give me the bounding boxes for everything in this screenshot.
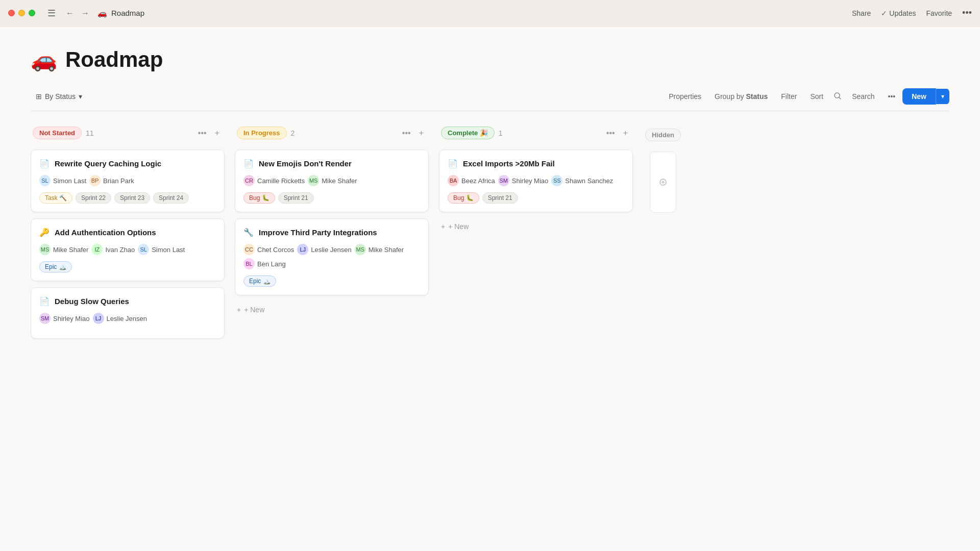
close-button[interactable] xyxy=(8,10,15,16)
favorite-label: Favorite xyxy=(926,9,952,17)
assignee-chet: CC Chet Corcos xyxy=(243,244,294,255)
sprint-tag-24: Sprint 24 xyxy=(153,192,189,204)
nav-arrows: ← → xyxy=(64,8,91,19)
titlebar-emoji: 🚗 xyxy=(97,9,107,18)
column-actions-not-started: ••• + xyxy=(195,127,223,139)
properties-button[interactable]: Properties xyxy=(663,89,707,104)
page-emoji: 🚗 xyxy=(31,47,57,72)
column-add-in-progress[interactable]: + xyxy=(416,127,427,139)
assignee-shawn: SS Shawn Sanchez xyxy=(551,175,613,186)
add-new-in-progress[interactable]: + + New xyxy=(235,302,429,318)
sprint-tag-21b: Sprint 21 xyxy=(482,192,518,204)
column-more-in-progress[interactable]: ••• xyxy=(399,127,414,139)
add-new-label: + New xyxy=(244,306,264,314)
sprint-tag-21: Sprint 21 xyxy=(278,192,314,204)
group-by-button[interactable]: Group by Status xyxy=(708,89,774,104)
document-icon2: 📄 xyxy=(39,296,50,306)
filter-label: Filter xyxy=(781,92,797,101)
traffic-lights xyxy=(8,10,35,16)
avatar-leslie: LJ xyxy=(93,313,104,324)
search-icon[interactable] xyxy=(830,89,845,105)
assignee-name-mike: Mike Shafer xyxy=(53,246,88,254)
page-title: Roadmap xyxy=(65,47,163,72)
assignee-camille: CR Camille Ricketts xyxy=(243,175,305,186)
add-new-label2: + New xyxy=(448,222,469,231)
new-button-main[interactable]: New xyxy=(902,88,936,105)
more-toolbar-options[interactable]: ••• xyxy=(881,89,901,104)
card-new-emojis[interactable]: 📄 New Emojis Don't Render CR Camille Ric… xyxy=(235,149,429,212)
main-content: 🚗 Roadmap ⊞ By Status ▾ Properties Group… xyxy=(0,27,980,355)
updates-button[interactable]: ✓ Updates xyxy=(881,9,916,17)
column-more-complete[interactable]: ••• xyxy=(603,127,618,139)
card-debug-slow[interactable]: 📄 Debug Slow Queries SM Shirley Miao LJ … xyxy=(31,287,225,339)
card-add-auth[interactable]: 🔑 Add Authentication Options MS Mike Sha… xyxy=(31,218,225,281)
assignee-leslie2: LJ Leslie Jensen xyxy=(297,244,352,255)
share-button[interactable]: Share xyxy=(852,9,871,17)
assignee-mike3: MS Mike Shafer xyxy=(355,244,404,255)
titlebar-right-actions: Share ✓ Updates Favorite ••• xyxy=(852,8,972,18)
more-options-button[interactable]: ••• xyxy=(962,8,972,18)
card-title: Add Authentication Options xyxy=(55,227,156,238)
group-by-label: Group by Status xyxy=(715,92,768,101)
toolbar-right: Properties Group by Status Filter Sort S… xyxy=(663,88,949,105)
assignee-name-shirley2: Shirley Miao xyxy=(512,177,549,185)
card-rewrite-query[interactable]: 📄 Rewrite Query Caching Logic SL Simon L… xyxy=(31,149,225,212)
assignee-shirley: SM Shirley Miao xyxy=(39,313,90,324)
maximize-button[interactable] xyxy=(29,10,35,16)
column-actions-complete: ••• + xyxy=(603,127,631,139)
column-more-not-started[interactable]: ••• xyxy=(195,127,210,139)
titlebar-page-title: 🚗 Roadmap xyxy=(97,9,144,18)
card-excel-imports[interactable]: 📄 Excel Imports >20Mb Fail BA Beez Afric… xyxy=(439,149,633,212)
card-title-row: 🔧 Improve Third Party Integrations xyxy=(243,227,420,238)
column-header-hidden: Hidden xyxy=(643,126,683,144)
column-add-not-started[interactable]: + xyxy=(212,127,223,139)
key-icon: 🔑 xyxy=(39,228,50,237)
kanban-board: Not Started 11 ••• + 📄 Rewrite Query Cac… xyxy=(31,123,949,355)
forward-button[interactable]: → xyxy=(79,8,91,19)
favorite-button[interactable]: Favorite xyxy=(926,9,952,17)
by-status-button[interactable]: ⊞ By Status ▾ xyxy=(31,89,87,104)
card-title: Debug Slow Queries xyxy=(55,296,129,307)
plus-icon2: + xyxy=(441,222,445,231)
filter-button[interactable]: Filter xyxy=(775,89,803,104)
column-not-started: Not Started 11 ••• + 📄 Rewrite Query Cac… xyxy=(31,123,225,345)
sort-button[interactable]: Sort xyxy=(804,89,829,104)
card-title: Rewrite Query Caching Logic xyxy=(55,158,161,169)
card-title-row: 📄 Debug Slow Queries xyxy=(39,296,216,307)
hidden-column-card[interactable] xyxy=(650,152,676,213)
avatar-ben: BL xyxy=(243,258,255,269)
minimize-button[interactable] xyxy=(18,10,25,16)
avatar-brian: BP xyxy=(89,175,101,186)
assignee-name-shawn: Shawn Sanchez xyxy=(565,177,613,185)
svg-line-1 xyxy=(839,97,841,99)
avatar-simon2: SL xyxy=(138,244,149,255)
card-tags: Epic 🏔️ xyxy=(243,276,420,287)
assignee-name-simon2: Simon Last xyxy=(152,246,185,254)
new-button-dropdown[interactable]: ▾ xyxy=(936,89,949,104)
avatar-chet: CC xyxy=(243,244,255,255)
hamburger-menu[interactable]: ☰ xyxy=(45,6,58,21)
avatar-camille: CR xyxy=(243,175,255,186)
card-improve-integrations[interactable]: 🔧 Improve Third Party Integrations CC Ch… xyxy=(235,218,429,295)
card-assignees: BA Beez Africa SM Shirley Miao SS Shawn … xyxy=(448,175,624,186)
tag-epic: Epic 🏔️ xyxy=(39,261,72,272)
card-title-row: 📄 New Emojis Don't Render xyxy=(243,158,420,169)
card-assignees: CR Camille Ricketts MS Mike Shafer xyxy=(243,175,420,186)
assignee-name-leslie: Leslie Jensen xyxy=(107,315,148,322)
view-grid-icon: ⊞ xyxy=(36,92,42,101)
column-count-in-progress: 2 xyxy=(291,129,295,137)
hidden-column-area: Hidden xyxy=(643,126,683,345)
titlebar-title-text: Roadmap xyxy=(111,9,144,17)
avatar-shirley: SM xyxy=(39,313,51,324)
column-add-complete[interactable]: + xyxy=(620,127,631,139)
by-status-label: By Status xyxy=(45,92,76,101)
search-button[interactable]: Search xyxy=(846,89,880,104)
tag-bug: Bug 🐛 xyxy=(243,192,275,204)
avatar-shirley2: SM xyxy=(498,175,509,186)
add-new-complete[interactable]: + + New xyxy=(439,218,633,235)
toolbar: ⊞ By Status ▾ Properties Group by Status… xyxy=(31,88,949,111)
card-tags: Bug 🐛 Sprint 21 xyxy=(243,192,420,204)
back-button[interactable]: ← xyxy=(64,8,76,19)
document-icon3: 📄 xyxy=(243,159,254,168)
avatar-mike2: MS xyxy=(308,175,319,186)
